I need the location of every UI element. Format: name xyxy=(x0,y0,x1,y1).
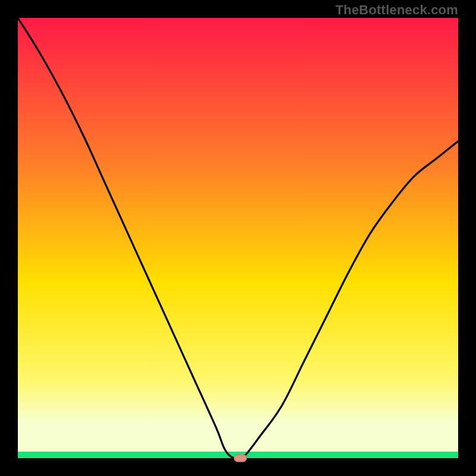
gradient-background xyxy=(18,18,458,458)
chart-frame: TheBottleneck.com xyxy=(0,0,476,476)
plot-area xyxy=(18,18,458,458)
watermark-text: TheBottleneck.com xyxy=(336,2,458,18)
minimum-marker xyxy=(234,455,247,462)
chart-svg xyxy=(18,18,458,458)
